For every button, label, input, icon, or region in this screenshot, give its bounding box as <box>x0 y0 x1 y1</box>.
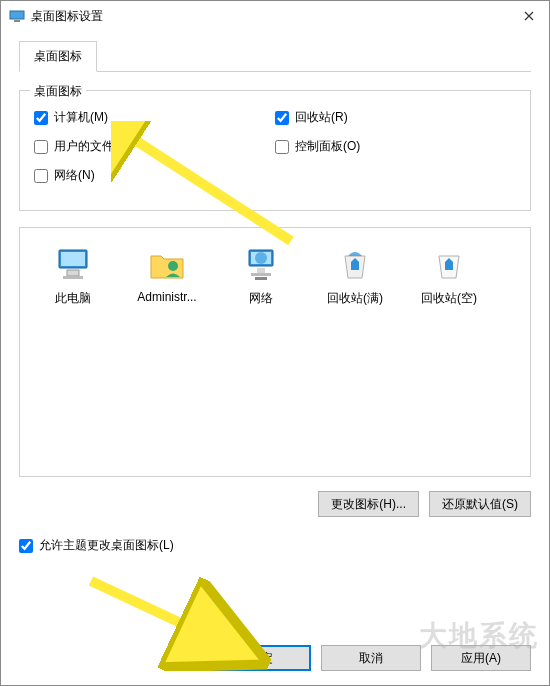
check-network-box[interactable] <box>34 169 48 183</box>
check-computer[interactable]: 计算机(M) <box>34 109 275 126</box>
icon-thispc[interactable]: 此电脑 <box>30 244 116 307</box>
icon-network-label: 网络 <box>218 290 304 307</box>
user-folder-icon <box>147 244 187 284</box>
svg-rect-1 <box>14 20 20 22</box>
restore-default-button[interactable]: 还原默认值(S) <box>429 491 531 517</box>
svg-rect-4 <box>67 270 79 276</box>
check-recycle[interactable]: 回收站(R) <box>275 109 516 126</box>
check-computer-label: 计算机(M) <box>54 109 108 126</box>
change-icon-button[interactable]: 更改图标(H)... <box>318 491 419 517</box>
allow-themes-check[interactable]: 允许主题更改桌面图标(L) <box>19 537 531 554</box>
content-area: 桌面图标 桌面图标 计算机(M) 用户的文件(U) 网络(N) <box>1 31 549 572</box>
recycle-full-icon <box>335 244 375 284</box>
icon-buttons-row: 更改图标(H)... 还原默认值(S) <box>19 491 531 517</box>
svg-rect-5 <box>63 276 83 279</box>
check-control[interactable]: 控制面板(O) <box>275 138 516 155</box>
svg-rect-11 <box>251 273 271 276</box>
check-control-box[interactable] <box>275 140 289 154</box>
check-recycle-box[interactable] <box>275 111 289 125</box>
icon-recycle-empty-label: 回收站(空) <box>406 290 492 307</box>
icon-recycle-full[interactable]: 回收站(满) <box>312 244 398 307</box>
allow-themes-box[interactable] <box>19 539 33 553</box>
icon-preview-box: 此电脑 Administr... <box>19 227 531 477</box>
icon-network[interactable]: 网络 <box>218 244 304 307</box>
icon-recycle-full-label: 回收站(满) <box>312 290 398 307</box>
check-network[interactable]: 网络(N) <box>34 167 275 184</box>
svg-point-9 <box>255 252 267 264</box>
check-control-label: 控制面板(O) <box>295 138 360 155</box>
check-userfiles[interactable]: 用户的文件(U) <box>34 138 275 155</box>
app-icon <box>9 8 25 24</box>
cancel-button[interactable]: 取消 <box>321 645 421 671</box>
icon-admin[interactable]: Administr... <box>124 244 210 304</box>
check-userfiles-box[interactable] <box>34 140 48 154</box>
svg-rect-3 <box>61 252 85 266</box>
icon-recycle-empty[interactable]: 回收站(空) <box>406 244 492 307</box>
close-button[interactable] <box>509 1 549 31</box>
recycle-empty-icon <box>429 244 469 284</box>
icon-thispc-label: 此电脑 <box>30 290 116 307</box>
network-icon <box>241 244 281 284</box>
desktop-icons-group: 桌面图标 计算机(M) 用户的文件(U) 网络(N) <box>19 90 531 211</box>
group-legend: 桌面图标 <box>30 83 86 100</box>
tab-strip: 桌面图标 <box>19 41 531 72</box>
monitor-icon <box>53 244 93 284</box>
ok-button[interactable]: 确定 <box>211 645 311 671</box>
window-title: 桌面图标设置 <box>31 8 509 25</box>
check-network-label: 网络(N) <box>54 167 95 184</box>
titlebar: 桌面图标设置 <box>1 1 549 31</box>
check-recycle-label: 回收站(R) <box>295 109 348 126</box>
svg-point-6 <box>168 261 178 271</box>
svg-rect-10 <box>257 268 265 273</box>
check-userfiles-label: 用户的文件(U) <box>54 138 131 155</box>
svg-rect-0 <box>10 11 24 19</box>
watermark: 大地系统 <box>419 617 539 655</box>
icon-admin-label: Administr... <box>124 290 210 304</box>
check-computer-box[interactable] <box>34 111 48 125</box>
tab-desktop-icons[interactable]: 桌面图标 <box>19 41 97 72</box>
allow-themes-label: 允许主题更改桌面图标(L) <box>39 537 174 554</box>
